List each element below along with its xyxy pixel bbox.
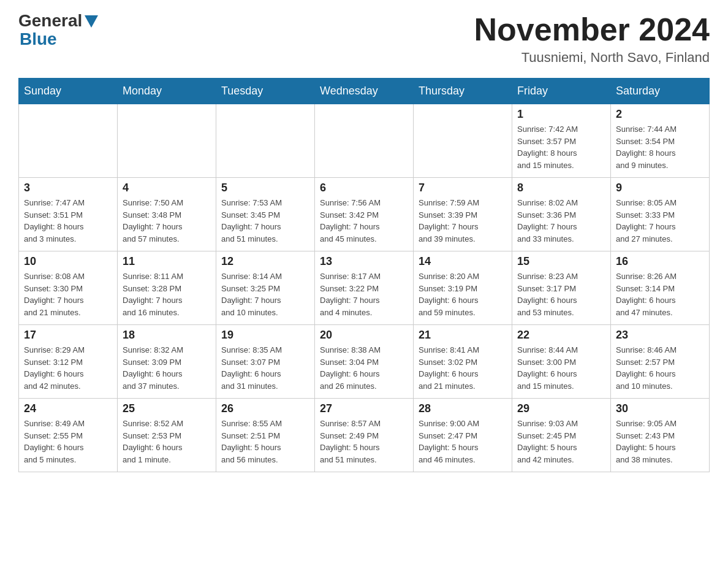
calendar-table: SundayMondayTuesdayWednesdayThursdayFrid… [18,78,710,472]
calendar-week-row: 24Sunrise: 8:49 AM Sunset: 2:55 PM Dayli… [19,399,710,472]
day-number: 19 [221,329,309,342]
calendar-cell [19,104,118,178]
day-number: 14 [419,255,507,268]
calendar-cell: 23Sunrise: 8:46 AM Sunset: 2:57 PM Dayli… [611,325,710,399]
calendar-cell [216,104,315,178]
calendar-cell: 2Sunrise: 7:44 AM Sunset: 3:54 PM Daylig… [611,104,710,178]
calendar-cell: 27Sunrise: 8:57 AM Sunset: 2:49 PM Dayli… [315,399,414,472]
calendar-cell: 16Sunrise: 8:26 AM Sunset: 3:14 PM Dayli… [611,251,710,325]
day-info: Sunrise: 8:57 AM Sunset: 2:49 PM Dayligh… [320,418,408,465]
day-number: 9 [616,182,704,194]
day-number: 7 [419,182,507,194]
logo: General Blue [18,12,98,48]
day-info: Sunrise: 8:49 AM Sunset: 2:55 PM Dayligh… [24,418,112,465]
calendar-header-sunday: Sunday [19,79,118,104]
day-info: Sunrise: 8:32 AM Sunset: 3:09 PM Dayligh… [123,344,211,392]
day-info: Sunrise: 8:23 AM Sunset: 3:17 PM Dayligh… [517,270,605,318]
calendar-header-saturday: Saturday [611,79,710,104]
day-info: Sunrise: 7:44 AM Sunset: 3:54 PM Dayligh… [616,123,704,171]
day-info: Sunrise: 9:00 AM Sunset: 2:47 PM Dayligh… [419,418,507,465]
day-number: 20 [320,329,408,342]
calendar-cell: 21Sunrise: 8:41 AM Sunset: 3:02 PM Dayli… [414,325,512,399]
day-number: 18 [123,329,211,342]
calendar-cell: 4Sunrise: 7:50 AM Sunset: 3:48 PM Daylig… [118,178,216,251]
calendar-week-row: 10Sunrise: 8:08 AM Sunset: 3:30 PM Dayli… [19,251,710,325]
day-number: 16 [616,255,704,268]
calendar-header-friday: Friday [512,79,611,104]
calendar-cell: 1Sunrise: 7:42 AM Sunset: 3:57 PM Daylig… [512,104,611,178]
calendar-cell: 12Sunrise: 8:14 AM Sunset: 3:25 PM Dayli… [216,251,315,325]
day-info: Sunrise: 8:29 AM Sunset: 3:12 PM Dayligh… [24,344,112,392]
calendar-cell: 17Sunrise: 8:29 AM Sunset: 3:12 PM Dayli… [19,325,118,399]
calendar-cell: 24Sunrise: 8:49 AM Sunset: 2:55 PM Dayli… [19,399,118,472]
calendar-cell: 13Sunrise: 8:17 AM Sunset: 3:22 PM Dayli… [315,251,414,325]
calendar-cell: 3Sunrise: 7:47 AM Sunset: 3:51 PM Daylig… [19,178,118,251]
day-number: 21 [419,329,507,342]
day-number: 17 [24,329,112,342]
day-info: Sunrise: 8:08 AM Sunset: 3:30 PM Dayligh… [24,270,112,318]
day-number: 25 [123,402,211,415]
day-info: Sunrise: 8:41 AM Sunset: 3:02 PM Dayligh… [419,344,507,392]
day-info: Sunrise: 8:26 AM Sunset: 3:14 PM Dayligh… [616,270,704,318]
day-info: Sunrise: 8:02 AM Sunset: 3:36 PM Dayligh… [517,197,605,245]
day-info: Sunrise: 8:14 AM Sunset: 3:25 PM Dayligh… [221,270,309,318]
calendar-cell: 18Sunrise: 8:32 AM Sunset: 3:09 PM Dayli… [118,325,216,399]
day-info: Sunrise: 8:11 AM Sunset: 3:28 PM Dayligh… [123,270,211,318]
day-info: Sunrise: 9:03 AM Sunset: 2:45 PM Dayligh… [517,418,605,465]
calendar-week-row: 1Sunrise: 7:42 AM Sunset: 3:57 PM Daylig… [19,104,710,178]
day-info: Sunrise: 8:38 AM Sunset: 3:04 PM Dayligh… [320,344,408,392]
calendar-cell: 5Sunrise: 7:53 AM Sunset: 3:45 PM Daylig… [216,178,315,251]
day-number: 8 [517,182,605,194]
page-header: General Blue November 2024 Tuusniemi, No… [18,12,710,66]
day-info: Sunrise: 7:59 AM Sunset: 3:39 PM Dayligh… [419,197,507,245]
day-number: 1 [517,108,605,121]
calendar-cell: 20Sunrise: 8:38 AM Sunset: 3:04 PM Dayli… [315,325,414,399]
logo-general-text: General [18,12,98,31]
day-info: Sunrise: 9:05 AM Sunset: 2:43 PM Dayligh… [616,418,704,465]
calendar-cell [315,104,414,178]
svg-marker-0 [85,15,98,28]
day-info: Sunrise: 8:05 AM Sunset: 3:33 PM Dayligh… [616,197,704,245]
day-info: Sunrise: 8:52 AM Sunset: 2:53 PM Dayligh… [123,418,211,465]
day-number: 6 [320,182,408,194]
day-number: 24 [24,402,112,415]
month-title: November 2024 [474,12,710,47]
day-number: 2 [616,108,704,121]
calendar-cell [118,104,216,178]
day-info: Sunrise: 8:44 AM Sunset: 3:00 PM Dayligh… [517,344,605,392]
day-info: Sunrise: 8:46 AM Sunset: 2:57 PM Dayligh… [616,344,704,392]
day-number: 22 [517,329,605,342]
day-number: 5 [221,182,309,194]
logo-blue-text: Blue [20,31,98,48]
calendar-week-row: 3Sunrise: 7:47 AM Sunset: 3:51 PM Daylig… [19,178,710,251]
calendar-cell: 6Sunrise: 7:56 AM Sunset: 3:42 PM Daylig… [315,178,414,251]
day-number: 11 [123,255,211,268]
day-info: Sunrise: 7:47 AM Sunset: 3:51 PM Dayligh… [24,197,112,245]
calendar-cell: 11Sunrise: 8:11 AM Sunset: 3:28 PM Dayli… [118,251,216,325]
calendar-cell: 19Sunrise: 8:35 AM Sunset: 3:07 PM Dayli… [216,325,315,399]
calendar-cell: 30Sunrise: 9:05 AM Sunset: 2:43 PM Dayli… [611,399,710,472]
calendar-week-row: 17Sunrise: 8:29 AM Sunset: 3:12 PM Dayli… [19,325,710,399]
calendar-cell: 14Sunrise: 8:20 AM Sunset: 3:19 PM Dayli… [414,251,512,325]
day-number: 10 [24,255,112,268]
day-info: Sunrise: 7:50 AM Sunset: 3:48 PM Dayligh… [123,197,211,245]
title-section: November 2024 Tuusniemi, North Savo, Fin… [474,12,710,66]
calendar-cell: 25Sunrise: 8:52 AM Sunset: 2:53 PM Dayli… [118,399,216,472]
day-number: 27 [320,402,408,415]
calendar-cell: 29Sunrise: 9:03 AM Sunset: 2:45 PM Dayli… [512,399,611,472]
day-info: Sunrise: 8:55 AM Sunset: 2:51 PM Dayligh… [221,418,309,465]
day-info: Sunrise: 8:20 AM Sunset: 3:19 PM Dayligh… [419,270,507,318]
calendar-cell: 7Sunrise: 7:59 AM Sunset: 3:39 PM Daylig… [414,178,512,251]
calendar-header-monday: Monday [118,79,216,104]
calendar-cell: 15Sunrise: 8:23 AM Sunset: 3:17 PM Dayli… [512,251,611,325]
calendar-header-thursday: Thursday [414,79,512,104]
day-number: 12 [221,255,309,268]
day-number: 23 [616,329,704,342]
calendar-cell [414,104,512,178]
day-info: Sunrise: 7:56 AM Sunset: 3:42 PM Dayligh… [320,197,408,245]
day-info: Sunrise: 7:53 AM Sunset: 3:45 PM Dayligh… [221,197,309,245]
day-info: Sunrise: 8:35 AM Sunset: 3:07 PM Dayligh… [221,344,309,392]
day-number: 3 [24,182,112,194]
day-number: 28 [419,402,507,415]
calendar-header-tuesday: Tuesday [216,79,315,104]
